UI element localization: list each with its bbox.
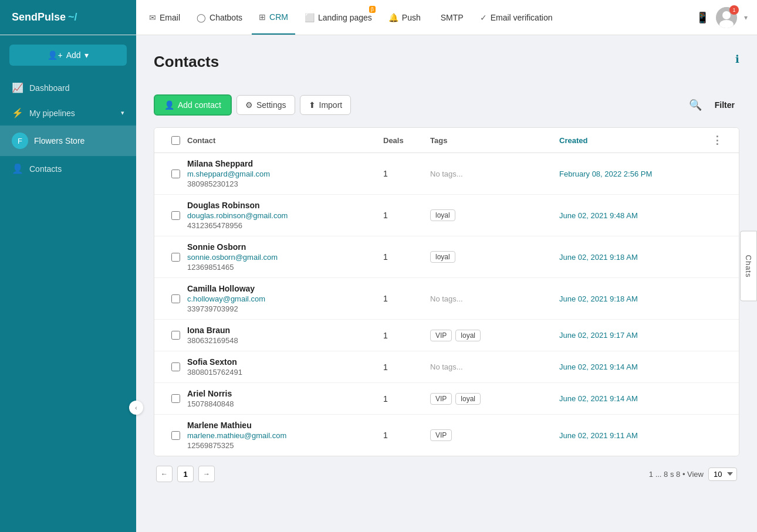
- contact-cell: Iona Braun380632169548: [187, 326, 383, 345]
- row-checkbox[interactable]: [171, 431, 180, 440]
- select-all-checkbox[interactable]: [171, 136, 180, 145]
- sidebar-item-dashboard[interactable]: 📈 Dashboard: [0, 75, 136, 100]
- avatar-dropdown-icon[interactable]: ▾: [744, 13, 748, 22]
- sidebar-menu: 📈 Dashboard ⚡ My pipelines ▾ F Flowers S…: [0, 75, 136, 532]
- contact-name[interactable]: Sofia Sexton: [187, 357, 383, 367]
- page-info-text: 1 ... 8 s 8 • View: [649, 470, 704, 479]
- row-checkbox[interactable]: [171, 170, 180, 178]
- mobile-icon[interactable]: 📱: [696, 11, 709, 24]
- tag: loyal: [455, 330, 481, 341]
- tags-cell: loyal: [430, 209, 559, 221]
- sidebar-item-dashboard-label: Dashboard: [29, 83, 70, 93]
- contact-email[interactable]: sonnie.osborn@gmail.com: [187, 253, 383, 262]
- nav-item-push[interactable]: 🔔Push: [381, 0, 428, 35]
- logo-text: SendPulse: [12, 11, 66, 23]
- nav-label-email_verification: Email verification: [491, 13, 553, 22]
- deals-cell: 1: [383, 211, 430, 220]
- contact-name[interactable]: Marlene Mathieu: [187, 421, 383, 430]
- created-cell: June 02, 2021 9:48 AM: [559, 211, 712, 220]
- avatar-wrap[interactable]: 1: [716, 7, 737, 28]
- row-checkbox-wrap[interactable]: [164, 394, 187, 403]
- contact-name[interactable]: Ariel Norris: [187, 389, 383, 398]
- th-more[interactable]: ⋮: [712, 134, 729, 147]
- view-select[interactable]: 10 20 50: [708, 467, 737, 481]
- tags-cell: VIPloyal: [430, 393, 559, 405]
- th-tags: Tags: [430, 136, 559, 145]
- table-row: Sonnie Osbornsonnie.osborn@gmail.com1236…: [154, 236, 739, 278]
- row-checkbox[interactable]: [171, 294, 180, 303]
- sidebar-item-contacts-label: Contacts: [29, 164, 62, 174]
- add-contact-button[interactable]: 👤 Add contact: [154, 94, 232, 116]
- import-button[interactable]: ⬆ Import: [300, 95, 352, 115]
- row-checkbox-wrap[interactable]: [164, 431, 187, 440]
- nav-item-smtp[interactable]: SMTP: [430, 0, 471, 35]
- row-checkbox[interactable]: [171, 253, 180, 262]
- logo-area: SendPulse ~/: [0, 0, 136, 35]
- nav-item-email[interactable]: ✉Email: [142, 0, 187, 35]
- sidebar-item-my-pipelines[interactable]: ⚡ My pipelines ▾: [0, 100, 136, 126]
- row-checkbox-wrap[interactable]: [164, 362, 187, 371]
- filter-button[interactable]: Filter: [710, 98, 739, 112]
- avatar-badge: 1: [729, 5, 739, 15]
- contact-email[interactable]: m.sheppard@gmail.com: [187, 170, 383, 178]
- search-button[interactable]: 🔍: [687, 96, 704, 114]
- row-checkbox[interactable]: [171, 362, 180, 371]
- row-checkbox-wrap[interactable]: [164, 170, 187, 178]
- row-checkbox-wrap[interactable]: [164, 294, 187, 303]
- contact-name[interactable]: Milana Sheppard: [187, 159, 383, 168]
- nav-item-email_verification[interactable]: ✓Email verification: [473, 0, 560, 35]
- nav-item-crm[interactable]: ⊞CRM: [252, 0, 295, 35]
- pipelines-arrow-icon: ▾: [121, 109, 124, 117]
- main-layout: 👤+ Add ▾ 📈 Dashboard ⚡ My pipelines ▾ F …: [0, 35, 757, 532]
- row-checkbox[interactable]: [171, 394, 180, 403]
- th-created: Created: [559, 136, 712, 145]
- nav-items: ✉Email◯Chatbots⊞CRM⬜Landing pagesβ🔔PushS…: [136, 0, 696, 35]
- contact-cell: Douglas Robinsondouglas.robinson@gmail.c…: [187, 201, 383, 230]
- dashboard-icon: 📈: [12, 82, 23, 93]
- deals-cell: 1: [383, 294, 430, 303]
- sidebar-item-contacts[interactable]: 👤 Contacts: [0, 156, 136, 181]
- beta-badge: β: [369, 6, 376, 13]
- created-cell: June 02, 2021 9:14 AM: [559, 394, 712, 403]
- add-button[interactable]: 👤+ Add ▾: [9, 45, 127, 66]
- row-checkbox-wrap[interactable]: [164, 253, 187, 262]
- row-checkbox[interactable]: [171, 211, 180, 220]
- contact-email[interactable]: douglas.robinson@gmail.com: [187, 211, 383, 220]
- logo[interactable]: SendPulse ~/: [12, 11, 77, 23]
- contact-email[interactable]: marlene.mathieu@gmail.com: [187, 431, 383, 440]
- sidebar-item-flowers-store[interactable]: F Flowers Store: [0, 126, 136, 156]
- row-checkbox-wrap[interactable]: [164, 331, 187, 340]
- contact-name[interactable]: Iona Braun: [187, 326, 383, 335]
- contact-name[interactable]: Camilla Holloway: [187, 284, 383, 293]
- nav-right: 📱 1 ▾: [696, 7, 757, 28]
- no-tags: No tags...: [430, 294, 463, 303]
- more-options-icon[interactable]: ⋮: [712, 134, 723, 146]
- nav-item-landing[interactable]: ⬜Landing pagesβ: [298, 0, 379, 35]
- add-button-label: Add: [66, 50, 81, 60]
- contact-email[interactable]: c.holloway@gmail.com: [187, 294, 383, 303]
- add-contact-icon: 👤: [164, 100, 174, 110]
- sidebar: 👤+ Add ▾ 📈 Dashboard ⚡ My pipelines ▾ F …: [0, 35, 136, 532]
- contact-name[interactable]: Douglas Robinson: [187, 201, 383, 210]
- pagination: ← 1 → 1 ... 8 s 8 • View 10 20 50: [154, 456, 739, 484]
- header-checkbox-wrap[interactable]: [164, 136, 187, 145]
- tags-cell: VIPloyal: [430, 330, 559, 341]
- chats-tab[interactable]: Chats: [740, 231, 757, 301]
- content-area: Contacts ℹ 👤 Add contact ⚙ Settings ⬆ Im…: [136, 35, 757, 532]
- sidebar-collapse-button[interactable]: ‹: [129, 401, 143, 415]
- created-cell: June 02, 2021 9:17 AM: [559, 331, 712, 340]
- contact-name[interactable]: Sonnie Osborn: [187, 242, 383, 252]
- contact-cell: Milana Sheppardm.sheppard@gmail.com38098…: [187, 159, 383, 188]
- info-icon[interactable]: ℹ: [735, 53, 739, 66]
- settings-button[interactable]: ⚙ Settings: [236, 95, 295, 115]
- page-title: Contacts: [154, 53, 219, 71]
- nav-item-chatbots[interactable]: ◯Chatbots: [190, 0, 249, 35]
- toolbar-right: 🔍 Filter: [687, 96, 739, 114]
- add-contact-label: Add contact: [178, 100, 221, 110]
- prev-page-button[interactable]: ←: [156, 466, 173, 482]
- row-checkbox[interactable]: [171, 331, 180, 340]
- row-checkbox-wrap[interactable]: [164, 211, 187, 220]
- nav-label-chatbots: Chatbots: [209, 13, 242, 22]
- tags-cell: No tags...: [430, 362, 559, 371]
- next-page-button[interactable]: →: [198, 466, 215, 482]
